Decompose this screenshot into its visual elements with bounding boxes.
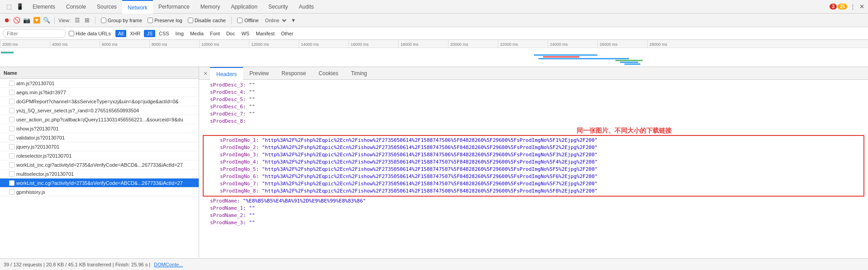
grid-view-icon[interactable]: ⊞	[83, 16, 91, 24]
record-button[interactable]: ⏺	[3, 16, 11, 24]
waterfall-bar-6	[620, 62, 638, 63]
file-name: workList_inc.cgi?activityId=2735&sVerify…	[16, 180, 183, 186]
offline-label: Offline	[244, 18, 259, 23]
filter-other[interactable]: Other	[278, 30, 296, 37]
filter-all[interactable]: All	[115, 30, 126, 37]
throttle-dropdown-icon[interactable]: ▾	[290, 16, 298, 24]
list-item[interactable]: ishow.js?20130701	[0, 124, 199, 133]
filter-media[interactable]: Media	[187, 30, 206, 37]
filter-img[interactable]: Img	[173, 30, 186, 37]
filter-font[interactable]: Font	[207, 30, 223, 37]
tab-sources[interactable]: Sources	[91, 0, 122, 14]
tab-preview[interactable]: Preview	[243, 67, 275, 80]
warning-badge: 25	[838, 4, 847, 10]
highlight-box: sProdImgNo_1: "http%3A%2F%2Fshp%2Eqpic%2…	[203, 135, 864, 197]
ruler-tick: 10000 ms	[199, 40, 249, 48]
filter-xhr[interactable]: XHR	[127, 30, 143, 37]
tab-application[interactable]: Application	[225, 0, 263, 14]
close-panel-button[interactable]: ×	[201, 69, 210, 78]
device-icon[interactable]: 📱	[15, 2, 24, 11]
more-options-icon[interactable]: ⋮	[848, 2, 857, 11]
preserve-log-checkbox[interactable]	[148, 18, 153, 23]
file-icon	[9, 81, 14, 86]
list-item[interactable]: multiselector.js?20130701	[0, 169, 199, 178]
clear-button[interactable]: 🚫	[13, 16, 21, 24]
response-line: sProdDesc_8:	[203, 118, 864, 125]
tab-performance[interactable]: Performance	[153, 0, 195, 14]
response-line-highlighted: sProdImgNo_3: "http%3A%2F%2Fshp%2Eqpic%2…	[205, 151, 862, 159]
hide-data-urls-checkbox[interactable]	[69, 31, 74, 36]
response-line: sProdDesc_5: ""	[203, 96, 864, 103]
response-line: sProdDesc_4: ""	[203, 89, 864, 96]
group-by-frame-label: Group by frame	[108, 18, 142, 23]
list-item[interactable]: yxzj_SQ_server_select.js?_rand=0.2765165…	[0, 106, 199, 115]
tab-elements[interactable]: Elements	[27, 0, 61, 14]
response-panel: × Headers Preview Response Cookies Timin…	[199, 67, 868, 258]
timeline-ruler: 2000 ms4000 ms6000 ms8000 ms10000 ms1200…	[0, 40, 868, 48]
ruler-tick: 20000 ms	[448, 40, 498, 48]
ruler-tick: 14000 ms	[299, 40, 348, 48]
tab-security[interactable]: Security	[263, 0, 293, 14]
disable-cache-group: Disable cache	[188, 18, 226, 23]
filter-manifest[interactable]: Manifest	[253, 30, 277, 37]
tab-network[interactable]: Network	[122, 0, 153, 14]
list-item[interactable]: workList_inc.cgi?activityId=2735&sVerify…	[0, 178, 199, 188]
file-name: atm.js?20130701	[16, 81, 54, 86]
throttle-select[interactable]: Online	[262, 17, 288, 24]
offline-checkbox[interactable]	[237, 18, 243, 23]
list-item[interactable]: atm.js?20130701	[0, 79, 199, 88]
group-by-frame-checkbox[interactable]	[101, 18, 106, 23]
devtools-dock-icons: ⬚ 📱	[2, 2, 27, 11]
waterfall-bar-2	[534, 54, 597, 56]
dom-content-link[interactable]: DOMConte...	[154, 262, 183, 267]
filter-types: All XHR JS CSS Img Media Font Doc WS Man…	[115, 30, 296, 37]
filter-doc[interactable]: Doc	[224, 30, 238, 37]
list-item[interactable]: gpmhistory.js	[0, 188, 199, 197]
tab-response[interactable]: Response	[275, 67, 312, 80]
list-item[interactable]: aegis.min.js?bid=3977	[0, 88, 199, 97]
filter-input[interactable]	[3, 29, 66, 38]
response-content: sProdDesc_3: ""sProdDesc_4: ""sProdDesc_…	[199, 80, 868, 258]
file-name: doGPMReport?channel=3&sServiceType=yxzj&…	[16, 99, 179, 104]
inspect-icon[interactable]: ⬚	[5, 2, 14, 11]
filter-icon[interactable]: 🔽	[33, 16, 41, 24]
list-item[interactable]: workList_inc.cgi?activityId=2735&sVerify…	[0, 160, 199, 169]
ruler-tick: 28000 ms	[647, 40, 697, 48]
file-icon	[9, 180, 14, 186]
devtools-tab-bar: ⬚ 📱 Elements Console Sources Network Per…	[0, 0, 868, 14]
list-item[interactable]: roleselector.js?20130701	[0, 151, 199, 160]
list-item[interactable]: validator.js?20130701	[0, 133, 199, 142]
waterfall-bar-4	[539, 58, 629, 59]
file-list-body[interactable]: atm.js?20130701aegis.min.js?bid=3977doGP…	[0, 79, 199, 258]
response-line-highlighted: sProdImgNo_2: "http%3A%2F%2Fshp%2Eqpic%2…	[205, 144, 862, 151]
response-line: sProdName: "%E8%B5%B5%E4%BA%91%2D%E9%BE%…	[203, 198, 864, 205]
list-item[interactable]: user_action_pc.php?callback=jQuery111303…	[0, 115, 199, 124]
tab-cookies[interactable]: Cookies	[312, 67, 344, 80]
search-button[interactable]: 🔍	[43, 16, 51, 24]
ruler-tick: 8000 ms	[149, 40, 199, 48]
ruler-tick: 12000 ms	[249, 40, 299, 48]
file-icon	[9, 108, 14, 113]
file-name: ishow.js?20130701	[16, 126, 59, 131]
filter-ws[interactable]: WS	[238, 30, 252, 37]
list-view-icon[interactable]: ☰	[73, 16, 81, 24]
ruler-tick: 4000 ms	[50, 40, 100, 48]
file-icon	[9, 135, 14, 140]
ruler-tick: 6000 ms	[100, 40, 149, 48]
filter-css[interactable]: CSS	[156, 30, 172, 37]
response-line-highlighted: sProdImgNo_1: "http%3A%2F%2Fshp%2Eqpic%2…	[205, 137, 862, 144]
tab-audits[interactable]: Audits	[293, 0, 319, 14]
tab-console[interactable]: Console	[61, 0, 91, 14]
waterfall-bar-5	[615, 60, 643, 61]
list-item[interactable]: jquery.js?20130701	[0, 142, 199, 151]
file-icon	[9, 90, 14, 95]
tab-memory[interactable]: Memory	[195, 0, 225, 14]
filter-bar: Hide data URLs All XHR JS CSS Img Media …	[0, 27, 868, 40]
tab-headers[interactable]: Headers	[210, 67, 243, 80]
disable-cache-checkbox[interactable]	[188, 18, 193, 23]
filter-js[interactable]: JS	[144, 30, 155, 37]
capture-screenshot-button[interactable]: 📷	[23, 16, 31, 24]
close-devtools-icon[interactable]: ✕	[857, 2, 866, 11]
list-item[interactable]: doGPMReport?channel=3&sServiceType=yxzj&…	[0, 97, 199, 106]
tab-timing[interactable]: Timing	[344, 67, 373, 80]
